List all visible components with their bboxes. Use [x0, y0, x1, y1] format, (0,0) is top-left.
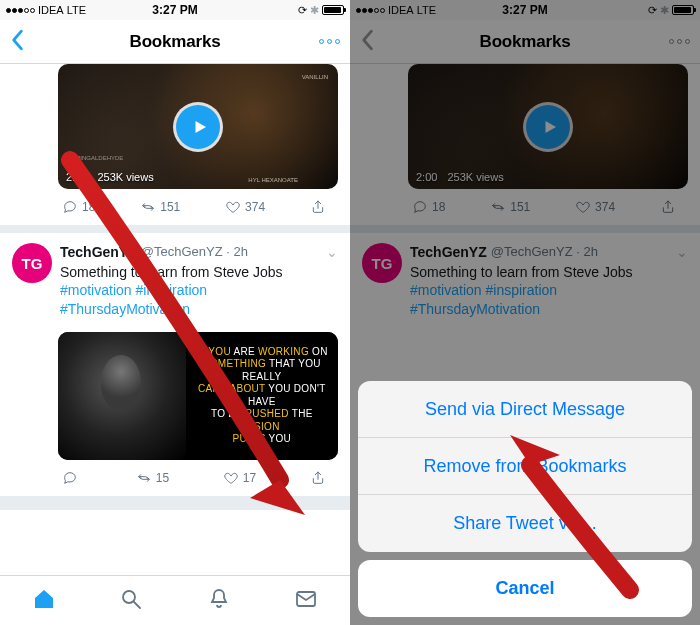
overlay-label: SYRINGALDEHYDE	[68, 155, 123, 161]
avatar[interactable]: TG	[12, 243, 52, 283]
back-button[interactable]	[360, 29, 374, 55]
network-label: LTE	[67, 4, 86, 16]
tab-messages[interactable]	[294, 587, 318, 615]
sheet-send-dm[interactable]: Send via Direct Message	[358, 381, 692, 438]
divider	[0, 496, 350, 510]
status-bar: IDEA LTE 3:27 PM ⟳ ✱	[350, 0, 700, 20]
tweet-menu-caret-icon[interactable]: ⌄	[326, 243, 338, 261]
phone-left: IDEA LTE 3:27 PM ⟳ ✱ Bookmarks VANILLIN …	[0, 0, 350, 625]
play-button	[526, 105, 570, 149]
sheet-share-via[interactable]: Share Tweet via...	[358, 495, 692, 552]
bluetooth-icon: ✱	[660, 4, 669, 17]
tweet-image[interactable]: IF YOU ARE WORKING ON SOMETHING THAT YOU…	[58, 332, 338, 460]
sheet-cancel[interactable]: Cancel	[358, 560, 692, 617]
image-quote-text: IF YOU ARE WORKING ON SOMETHING THAT YOU…	[192, 346, 332, 446]
tab-bar	[0, 575, 350, 625]
nav-bar: Bookmarks	[0, 20, 350, 64]
video-duration: 2:00	[66, 171, 87, 183]
tweet-video[interactable]: VANILLIN SYRINGALDEHYDE HYL HEXANOATE 2:…	[58, 64, 338, 189]
retweet-button[interactable]: 151	[140, 199, 180, 215]
play-button[interactable]	[176, 105, 220, 149]
carrier-label: IDEA	[38, 4, 64, 16]
share-button[interactable]	[310, 470, 326, 486]
battery-icon	[322, 5, 344, 15]
lock-icon: ⟳	[298, 4, 307, 17]
page-title: Bookmarks	[480, 32, 571, 52]
retweet-button[interactable]: 15	[136, 470, 169, 486]
battery-icon	[672, 5, 694, 15]
bluetooth-icon: ✱	[310, 4, 319, 17]
overlay-label: HYL HEXANOATE	[248, 177, 298, 183]
lock-icon: ⟳	[648, 4, 657, 17]
signal-dots-icon	[356, 8, 385, 13]
feed[interactable]: VANILLIN SYRINGALDEHYDE HYL HEXANOATE 2:…	[0, 64, 350, 575]
svg-point-0	[123, 591, 135, 603]
tweet[interactable]: TG TechGenYZ @TechGenYZ · 2h ⌄ Something…	[0, 233, 350, 324]
tab-home[interactable]	[32, 587, 56, 615]
more-button[interactable]	[669, 39, 690, 44]
avatar: TG	[362, 243, 402, 283]
video-views: 253K views	[97, 171, 153, 183]
video-views: 253K views	[447, 171, 503, 183]
tweet-video: 2:00 253K views	[408, 64, 688, 189]
more-button[interactable]	[319, 39, 340, 44]
tweet-actions: 15 17	[0, 460, 350, 496]
sheet-remove-bookmark[interactable]: Remove from Bookmarks	[358, 438, 692, 495]
like-button[interactable]: 374	[225, 199, 265, 215]
tweet-actions: 18 151 374	[350, 189, 700, 225]
reply-button[interactable]	[62, 470, 82, 486]
nav-bar: Bookmarks	[350, 20, 700, 64]
like-button[interactable]: 17	[223, 470, 256, 486]
signal-dots-icon	[6, 8, 35, 13]
tweet-actions: 18 151 374	[0, 189, 350, 225]
network-label: LTE	[417, 4, 436, 16]
handle: @TechGenYZ · 2h	[141, 244, 248, 261]
tweet: TG TechGenYZ @TechGenYZ · 2h ⌄ Something…	[350, 233, 700, 324]
tweet-text: Something to learn from Steve Jobs #moti…	[60, 263, 338, 318]
page-title: Bookmarks	[130, 32, 221, 52]
tab-search[interactable]	[119, 587, 143, 615]
overlay-label: VANILLIN	[302, 74, 328, 80]
clock: 3:27 PM	[152, 3, 197, 17]
phone-right: IDEA LTE 3:27 PM ⟳ ✱ Bookmarks 2:00 253K…	[350, 0, 700, 625]
back-button[interactable]	[10, 29, 24, 55]
share-button[interactable]	[310, 199, 326, 215]
action-sheet: Send via Direct Message Remove from Book…	[350, 373, 700, 625]
divider	[0, 225, 350, 233]
reply-button[interactable]: 18	[62, 199, 95, 215]
carrier-label: IDEA	[388, 4, 414, 16]
tab-notifications[interactable]	[207, 587, 231, 615]
display-name[interactable]: TechGenYZ	[60, 243, 137, 261]
clock: 3:27 PM	[502, 3, 547, 17]
status-bar: IDEA LTE 3:27 PM ⟳ ✱	[0, 0, 350, 20]
video-duration: 2:00	[416, 171, 437, 183]
